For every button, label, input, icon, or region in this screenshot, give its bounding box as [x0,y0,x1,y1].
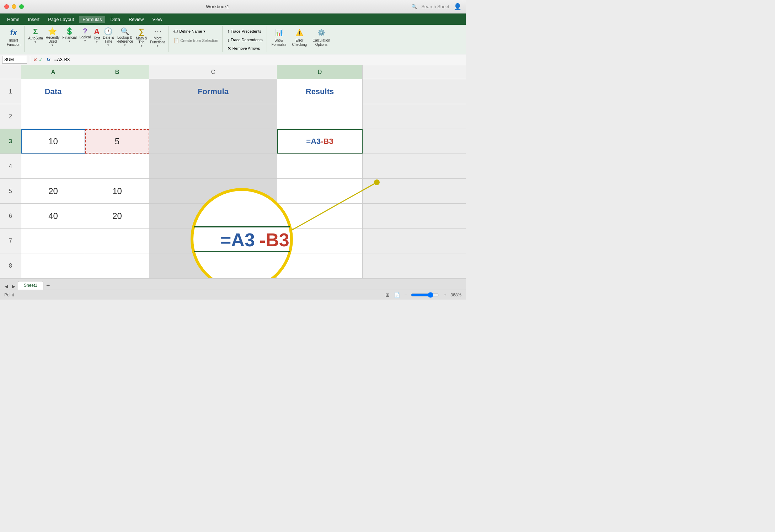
menu-formulas[interactable]: Formulas [79,16,105,23]
insert-function-button[interactable]: fx InsertFunction [5,26,22,48]
remove-arrows-button[interactable]: ✕ Remove Arrows [225,45,262,52]
sheet-tab-sheet1[interactable]: Sheet1 [18,281,43,290]
cell-c4[interactable] [149,154,277,178]
formula-bar-controls: ✕ ✓ [33,57,43,63]
zoom-out-icon[interactable]: − [404,292,407,297]
cell-a6[interactable]: 40 [21,204,85,228]
formula-input[interactable] [54,57,464,62]
cell-a7[interactable] [21,229,85,253]
menu-review[interactable]: Review [125,16,148,23]
math-trig-button[interactable]: ∑ Math &Trig ▾ [135,26,148,48]
col-header-c[interactable]: C [149,65,277,79]
cell-b5[interactable]: 10 [85,179,149,203]
zoom-in-icon[interactable]: + [444,292,446,297]
col-header-d[interactable]: D [277,65,363,79]
menu-bar: Home Insert Page Layout Formulas Data Re… [0,14,466,25]
trace-precedents-icon: ↑ [227,28,230,34]
cell-d8[interactable] [277,253,363,278]
cell-d4[interactable] [277,154,363,178]
define-name-label: Define Name ▾ [179,29,205,34]
define-name-button[interactable]: 🏷 Define Name ▾ [171,28,207,35]
recently-used-button[interactable]: ⭐ RecentlyUsed ▾ [45,26,60,48]
close-button[interactable] [4,4,9,9]
more-functions-button[interactable]: ⋯ MoreFunctions ▾ [149,26,166,48]
column-header-row: A B C D [0,65,466,79]
col-header-a[interactable]: A [21,65,85,79]
cell-a8[interactable] [21,253,85,278]
cell-a3[interactable]: 10 [21,129,85,154]
cell-b3[interactable]: 5 [85,129,149,154]
maximize-button[interactable] [19,4,24,9]
logical-button[interactable]: ? Logical ▾ [79,26,91,43]
ribbon-group-insert-function: fx InsertFunction [3,26,25,52]
menu-home[interactable]: Home [4,16,23,23]
ribbon-group-formula-auditing: ↑ Trace Precedents ↓ Trace Dependents ✕ … [223,26,267,52]
trace-dependents-button[interactable]: ↓ Trace Dependents [225,36,264,43]
cell-a1[interactable]: Data [21,79,85,104]
cell-a5[interactable]: 20 [21,179,85,203]
cell-b1[interactable] [85,79,149,104]
corner-cell [0,65,21,79]
ribbon-group-calculation: 📊 ShowFormulas ⚠️ ErrorChecking ⚙️ Calcu… [268,26,334,52]
financial-button[interactable]: 💲 Financial ▾ [62,26,77,44]
formula-part-a: =A3 [306,137,321,146]
show-formulas-label: ShowFormulas [272,38,287,47]
text-button[interactable]: A Text ▾ [93,26,101,44]
cancel-button[interactable]: ✕ [33,57,37,63]
menu-page-layout[interactable]: Page Layout [44,16,78,23]
cell-a2[interactable] [21,104,85,129]
search-placeholder[interactable]: Search Sheet [421,4,449,9]
cell-b7[interactable] [85,229,149,253]
row-header-6: 6 [0,204,21,228]
cell-d6[interactable] [277,204,363,228]
table-row: 8 [0,253,466,278]
error-checking-button[interactable]: ⚠️ ErrorChecking [290,26,309,48]
cell-d5[interactable] [277,179,363,203]
cell-b4[interactable] [85,154,149,178]
formula-bar-separator [30,56,30,63]
menu-insert[interactable]: Insert [25,16,43,23]
show-formulas-button[interactable]: 📊 ShowFormulas [270,26,288,48]
title-bar: Workbook1 🔍 Search Sheet 👤 [0,0,466,14]
trace-precedents-button[interactable]: ↑ Trace Precedents [225,28,263,35]
date-time-button[interactable]: 🕐 Date &Time ▾ [102,26,114,48]
minimize-button[interactable] [12,4,16,9]
cell-d7[interactable] [277,229,363,253]
page-layout-view-icon[interactable]: 📄 [394,292,400,298]
cell-d3[interactable]: =A3-B3 [277,129,363,154]
show-formulas-icon: 📊 [273,27,285,38]
cell-b8[interactable] [85,253,149,278]
cell-c3[interactable] [149,129,277,154]
sheet-nav-next[interactable]: ▶ [10,283,17,290]
zoom-slider[interactable] [411,292,439,298]
spreadsheet: A B C D 1 Data Formula Results 2 3 10 5 [0,65,466,278]
cell-b2[interactable] [85,104,149,129]
accept-button[interactable]: ✓ [39,57,43,63]
error-checking-icon: ⚠️ [294,27,305,38]
normal-view-icon[interactable]: ⊞ [385,292,390,298]
cell-c8[interactable] [149,253,277,278]
row-header-5: 5 [0,179,21,203]
menu-data[interactable]: Data [107,16,123,23]
table-row: 3 10 5 =A3-B3 [0,129,466,154]
cell-c5[interactable] [149,179,277,203]
create-from-selection-button[interactable]: 📋 Create from Selection [171,37,220,44]
add-sheet-button[interactable]: + [44,283,52,289]
lookup-reference-button[interactable]: 🔍 Lookup &Reference ▾ [116,26,134,48]
calculation-options-button[interactable]: ⚙️ CalculationOptions [311,26,332,48]
sheet-nav-prev[interactable]: ◀ [3,283,10,290]
table-row: 4 [0,154,466,179]
cell-d1[interactable]: Results [277,79,363,104]
cell-b6[interactable]: 20 [85,204,149,228]
col-header-b[interactable]: B [85,65,149,79]
autosum-button[interactable]: Σ AutoSum ▾ [27,26,43,44]
cell-d2[interactable] [277,104,363,129]
name-box[interactable] [2,56,27,64]
cell-c2[interactable] [149,104,277,129]
cell-c6[interactable] [149,204,277,228]
cell-c7[interactable] [149,229,277,253]
cell-a4[interactable] [21,154,85,178]
cell-c1[interactable]: Formula [149,79,277,104]
grid-body: 1 Data Formula Results 2 3 10 5 =A3-B3 [0,79,466,278]
menu-view[interactable]: View [149,16,166,23]
